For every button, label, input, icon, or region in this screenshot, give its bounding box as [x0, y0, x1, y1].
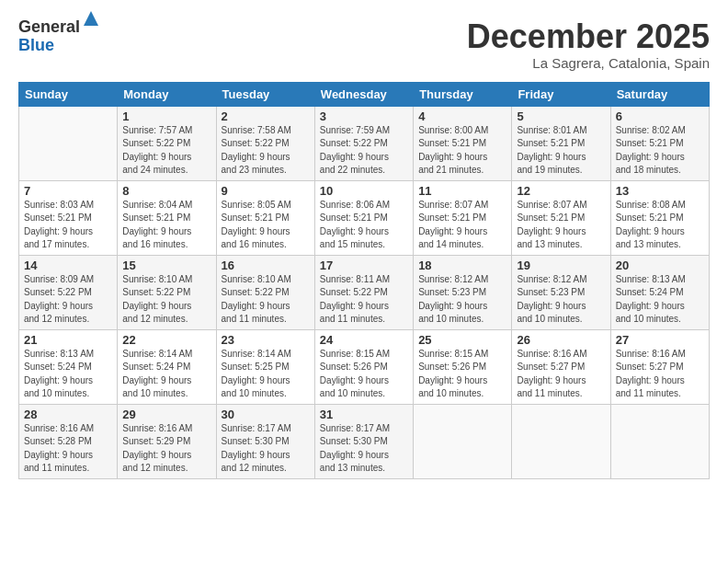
weekday-header-row: Sunday Monday Tuesday Wednesday Thursday… — [19, 82, 710, 106]
month-title: December 2025 — [467, 18, 710, 55]
table-row: 9Sunrise: 8:05 AM Sunset: 5:21 PM Daylig… — [216, 180, 314, 255]
table-row: 21Sunrise: 8:13 AM Sunset: 5:24 PM Dayli… — [19, 329, 118, 404]
calendar-row: 21Sunrise: 8:13 AM Sunset: 5:24 PM Dayli… — [19, 329, 710, 404]
table-row: 3Sunrise: 7:59 AM Sunset: 5:22 PM Daylig… — [314, 106, 413, 180]
table-row: 26Sunrise: 8:16 AM Sunset: 5:27 PM Dayli… — [512, 329, 610, 404]
table-row: 10Sunrise: 8:06 AM Sunset: 5:21 PM Dayli… — [314, 180, 413, 255]
day-info: Sunrise: 8:13 AM Sunset: 5:24 PM Dayligh… — [616, 273, 704, 327]
day-number: 14 — [24, 259, 112, 272]
calendar-row: 7Sunrise: 8:03 AM Sunset: 5:21 PM Daylig… — [19, 180, 710, 255]
title-area: December 2025 La Sagrera, Catalonia, Spa… — [467, 18, 710, 71]
header-friday: Friday — [512, 82, 610, 106]
day-info: Sunrise: 8:03 AM Sunset: 5:21 PM Dayligh… — [24, 199, 112, 252]
day-info: Sunrise: 8:13 AM Sunset: 5:24 PM Dayligh… — [24, 348, 112, 401]
table-row: 27Sunrise: 8:16 AM Sunset: 5:27 PM Dayli… — [610, 329, 709, 404]
table-row: 6Sunrise: 8:02 AM Sunset: 5:21 PM Daylig… — [610, 106, 709, 180]
day-info: Sunrise: 8:08 AM Sunset: 5:21 PM Dayligh… — [616, 199, 704, 252]
table-row: 16Sunrise: 8:10 AM Sunset: 5:22 PM Dayli… — [216, 255, 314, 329]
day-info: Sunrise: 8:00 AM Sunset: 5:21 PM Dayligh… — [418, 124, 506, 178]
day-number: 3 — [320, 109, 408, 123]
table-row — [414, 404, 512, 478]
day-info: Sunrise: 8:16 AM Sunset: 5:27 PM Dayligh… — [616, 348, 704, 401]
day-number: 19 — [517, 259, 605, 272]
day-info: Sunrise: 8:11 AM Sunset: 5:22 PM Dayligh… — [320, 273, 408, 327]
day-info: Sunrise: 8:10 AM Sunset: 5:22 PM Dayligh… — [122, 273, 210, 327]
day-info: Sunrise: 8:15 AM Sunset: 5:26 PM Dayligh… — [418, 348, 506, 401]
day-info: Sunrise: 8:17 AM Sunset: 5:30 PM Dayligh… — [320, 422, 408, 476]
day-info: Sunrise: 7:57 AM Sunset: 5:22 PM Dayligh… — [122, 124, 210, 178]
day-info: Sunrise: 8:10 AM Sunset: 5:22 PM Dayligh… — [222, 273, 310, 327]
day-number: 12 — [517, 184, 605, 198]
table-row: 20Sunrise: 8:13 AM Sunset: 5:24 PM Dayli… — [610, 255, 709, 329]
table-row: 7Sunrise: 8:03 AM Sunset: 5:21 PM Daylig… — [19, 180, 118, 255]
day-info: Sunrise: 8:12 AM Sunset: 5:23 PM Dayligh… — [517, 273, 605, 327]
day-info: Sunrise: 8:16 AM Sunset: 5:27 PM Dayligh… — [517, 348, 605, 401]
table-row: 4Sunrise: 8:00 AM Sunset: 5:21 PM Daylig… — [414, 106, 512, 180]
page: General Blue December 2025 La Sagrera, C… — [0, 0, 728, 563]
table-row: 14Sunrise: 8:09 AM Sunset: 5:22 PM Dayli… — [19, 255, 118, 329]
table-row: 30Sunrise: 8:17 AM Sunset: 5:30 PM Dayli… — [216, 404, 314, 478]
day-number: 18 — [418, 259, 506, 272]
table-row: 22Sunrise: 8:14 AM Sunset: 5:24 PM Dayli… — [118, 329, 216, 404]
table-row: 25Sunrise: 8:15 AM Sunset: 5:26 PM Dayli… — [414, 329, 512, 404]
header-monday: Monday — [118, 82, 216, 106]
table-row: 29Sunrise: 8:16 AM Sunset: 5:29 PM Dayli… — [118, 404, 216, 478]
day-number: 21 — [24, 333, 112, 347]
table-row: 1Sunrise: 7:57 AM Sunset: 5:22 PM Daylig… — [118, 106, 216, 180]
day-number: 28 — [24, 408, 112, 421]
day-number: 11 — [418, 184, 506, 198]
table-row: 5Sunrise: 8:01 AM Sunset: 5:21 PM Daylig… — [512, 106, 610, 180]
location: La Sagrera, Catalonia, Spain — [467, 55, 710, 71]
day-number: 25 — [418, 333, 506, 347]
day-info: Sunrise: 8:05 AM Sunset: 5:21 PM Dayligh… — [222, 199, 310, 252]
header-saturday: Saturday — [610, 82, 709, 106]
day-info: Sunrise: 8:12 AM Sunset: 5:23 PM Dayligh… — [418, 273, 506, 327]
header: General Blue December 2025 La Sagrera, C… — [18, 18, 710, 71]
day-info: Sunrise: 8:16 AM Sunset: 5:28 PM Dayligh… — [24, 422, 112, 476]
day-number: 30 — [222, 408, 310, 421]
table-row: 8Sunrise: 8:04 AM Sunset: 5:21 PM Daylig… — [118, 180, 216, 255]
day-info: Sunrise: 8:04 AM Sunset: 5:21 PM Dayligh… — [122, 199, 210, 252]
day-number: 29 — [122, 408, 210, 421]
day-number: 8 — [122, 184, 210, 198]
calendar-row: 28Sunrise: 8:16 AM Sunset: 5:28 PM Dayli… — [19, 404, 710, 478]
day-number: 16 — [222, 259, 310, 272]
day-number: 27 — [616, 333, 704, 347]
day-number: 15 — [122, 259, 210, 272]
calendar-row: 1Sunrise: 7:57 AM Sunset: 5:22 PM Daylig… — [19, 106, 710, 180]
table-row: 2Sunrise: 7:58 AM Sunset: 5:22 PM Daylig… — [216, 106, 314, 180]
day-number: 4 — [418, 109, 506, 123]
day-info: Sunrise: 8:17 AM Sunset: 5:30 PM Dayligh… — [222, 422, 310, 476]
day-number: 6 — [616, 109, 704, 123]
day-info: Sunrise: 8:15 AM Sunset: 5:26 PM Dayligh… — [320, 348, 408, 401]
logo-blue: Blue — [18, 37, 80, 55]
day-number: 17 — [320, 259, 408, 272]
day-number: 20 — [616, 259, 704, 272]
day-info: Sunrise: 8:07 AM Sunset: 5:21 PM Dayligh… — [517, 199, 605, 252]
day-number: 23 — [222, 333, 310, 347]
logo-general: General — [18, 18, 80, 37]
day-number: 2 — [222, 109, 310, 123]
table-row: 18Sunrise: 8:12 AM Sunset: 5:23 PM Dayli… — [414, 255, 512, 329]
table-row: 13Sunrise: 8:08 AM Sunset: 5:21 PM Dayli… — [610, 180, 709, 255]
table-row: 24Sunrise: 8:15 AM Sunset: 5:26 PM Dayli… — [314, 329, 413, 404]
day-info: Sunrise: 8:09 AM Sunset: 5:22 PM Dayligh… — [24, 273, 112, 327]
day-info: Sunrise: 8:07 AM Sunset: 5:21 PM Dayligh… — [418, 199, 506, 252]
day-number: 13 — [616, 184, 704, 198]
table-row: 12Sunrise: 8:07 AM Sunset: 5:21 PM Dayli… — [512, 180, 610, 255]
table-row: 31Sunrise: 8:17 AM Sunset: 5:30 PM Dayli… — [314, 404, 413, 478]
day-info: Sunrise: 8:01 AM Sunset: 5:21 PM Dayligh… — [517, 124, 605, 178]
table-row: 11Sunrise: 8:07 AM Sunset: 5:21 PM Dayli… — [414, 180, 512, 255]
calendar-row: 14Sunrise: 8:09 AM Sunset: 5:22 PM Dayli… — [19, 255, 710, 329]
header-thursday: Thursday — [414, 82, 512, 106]
logo: General Blue — [18, 18, 100, 55]
table-row: 19Sunrise: 8:12 AM Sunset: 5:23 PM Dayli… — [512, 255, 610, 329]
day-info: Sunrise: 8:06 AM Sunset: 5:21 PM Dayligh… — [320, 199, 408, 252]
table-row: 28Sunrise: 8:16 AM Sunset: 5:28 PM Dayli… — [19, 404, 118, 478]
day-number: 10 — [320, 184, 408, 198]
day-number: 1 — [122, 109, 210, 123]
header-wednesday: Wednesday — [314, 82, 413, 106]
calendar: Sunday Monday Tuesday Wednesday Thursday… — [18, 82, 710, 479]
table-row — [610, 404, 709, 478]
day-number: 22 — [122, 333, 210, 347]
